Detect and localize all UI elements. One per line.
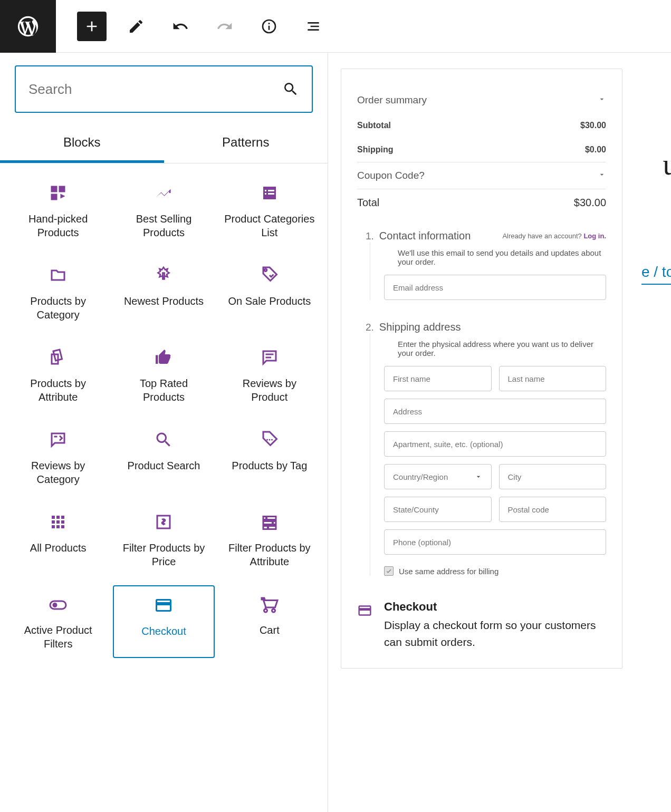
block-item-trend[interactable]: Best Selling Products — [113, 174, 214, 247]
block-description: Checkout Display a checkout form so your… — [357, 576, 606, 650]
block-label: Cart — [260, 623, 280, 637]
step-contact: 1. Contact information Already have an a… — [357, 216, 606, 300]
step-title: Shipping address — [379, 321, 606, 333]
block-label: Filter Products by Attribute — [224, 541, 315, 568]
block-label: Reviews by Product — [224, 376, 315, 404]
block-item-cart[interactable]: Cart — [219, 585, 320, 658]
outline-button[interactable] — [299, 12, 328, 41]
cart-icon — [260, 595, 279, 614]
block-item-folder[interactable]: Products by Category — [7, 256, 109, 329]
shipping-row: Shipping $0.00 — [357, 138, 606, 162]
block-item-list[interactable]: Product Categories List — [219, 174, 320, 247]
block-item-cards[interactable]: Products by Attribute — [7, 339, 109, 411]
block-item-tag[interactable]: On Sale Products — [219, 256, 320, 329]
card-icon — [154, 596, 173, 615]
state-field[interactable]: State/County — [384, 497, 492, 522]
block-item-filterattr[interactable]: Filter Products by Attribute — [219, 503, 320, 576]
coupon-row[interactable]: Coupon Code? — [357, 162, 606, 189]
order-summary-header[interactable]: Order summary — [357, 87, 606, 113]
phone-field[interactable]: Phone (optional) — [384, 529, 606, 555]
subtotal-label: Subtotal — [357, 121, 391, 130]
total-label: Total — [357, 197, 379, 209]
step-description: We'll use this email to send you details… — [384, 242, 606, 275]
first-name-field[interactable]: First name — [384, 366, 492, 391]
list-icon — [260, 183, 279, 202]
city-field[interactable]: City — [499, 464, 607, 489]
grid-icon — [49, 183, 68, 202]
wordpress-logo[interactable] — [0, 0, 56, 53]
tab-patterns[interactable]: Patterns — [164, 124, 328, 163]
review-icon — [260, 348, 279, 367]
svg-point-1 — [269, 439, 270, 441]
same-billing-checkbox-row[interactable]: Use same address for billing — [384, 562, 606, 576]
search-input[interactable] — [28, 81, 282, 98]
login-prompt: Already have an account? Log in. — [502, 232, 606, 240]
tab-blocks[interactable]: Blocks — [0, 124, 164, 163]
block-item-toggle[interactable]: Active Product Filters — [7, 585, 109, 658]
block-label: All Products — [30, 541, 87, 555]
block-item-burst[interactable]: Newest Products — [113, 256, 214, 329]
toggle-icon — [49, 595, 68, 614]
reviewcat-icon — [49, 430, 68, 449]
blocks-grid: Hand-picked ProductsBest Selling Product… — [0, 163, 328, 669]
block-label: Best Selling Products — [118, 212, 209, 239]
step-shipping: 2. Shipping address Enter the physical a… — [357, 307, 606, 576]
info-button[interactable] — [254, 12, 284, 41]
svg-point-3 — [265, 517, 268, 519]
block-item-reviewcat[interactable]: Reviews by Category — [7, 421, 109, 494]
block-item-thumb[interactable]: Top Rated Products — [113, 339, 214, 411]
block-item-grid[interactable]: Hand-picked Products — [7, 174, 109, 247]
wordpress-icon — [16, 14, 40, 38]
tag-icon — [260, 266, 279, 285]
cards-icon — [49, 348, 68, 367]
block-desc-title: Checkout — [384, 600, 606, 617]
country-select[interactable]: Country/Region — [384, 464, 492, 489]
block-preview-panel: ut e / to c Order summary Subtotal $30.0… — [328, 53, 671, 812]
block-label: Product Search — [128, 459, 200, 472]
redo-button[interactable] — [210, 12, 239, 41]
block-label: Hand-picked Products — [13, 212, 103, 239]
same-billing-label: Use same address for billing — [399, 567, 499, 576]
coupon-label: Coupon Code? — [357, 170, 425, 181]
block-label: Newest Products — [124, 294, 204, 308]
burst-icon — [154, 266, 173, 285]
filterattr-icon — [260, 513, 279, 531]
email-field[interactable]: Email address — [384, 275, 606, 300]
block-label: Filter Products by Price — [118, 541, 209, 568]
edit-button[interactable] — [121, 12, 151, 41]
last-name-field[interactable]: Last name — [499, 366, 607, 391]
block-label: On Sale Products — [228, 294, 311, 308]
trend-icon — [154, 183, 173, 202]
subtotal-value: $30.00 — [580, 121, 606, 130]
add-block-button[interactable] — [77, 12, 107, 41]
svg-point-4 — [272, 521, 274, 524]
postal-field[interactable]: Postal code — [499, 497, 607, 522]
subtotal-row: Subtotal $30.00 — [357, 113, 606, 138]
outline-icon — [305, 18, 322, 35]
step-number: 1. — [366, 230, 374, 242]
block-label: Products by Tag — [232, 459, 307, 472]
block-item-search[interactable]: Product Search — [113, 421, 214, 494]
address-field[interactable]: Address — [384, 399, 606, 424]
tagmore-icon — [260, 430, 279, 449]
block-item-review[interactable]: Reviews by Product — [219, 339, 320, 411]
block-item-tagmore[interactable]: Products by Tag — [219, 421, 320, 494]
folder-icon — [49, 266, 68, 285]
undo-icon — [172, 18, 189, 35]
undo-button[interactable] — [166, 12, 195, 41]
bg-page-title-fragment: ut — [663, 148, 671, 181]
apartment-field[interactable]: Apartment, suite, etc. (optional) — [384, 431, 606, 457]
block-item-price[interactable]: Filter Products by Price — [113, 503, 214, 576]
checkout-preview: Order summary Subtotal $30.00 Shipping $… — [341, 69, 622, 669]
block-search[interactable] — [15, 65, 313, 113]
login-link[interactable]: Log in. — [583, 232, 606, 240]
block-item-card[interactable]: Checkout — [113, 585, 214, 658]
shipping-label: Shipping — [357, 145, 393, 154]
toolbar-actions — [56, 12, 328, 41]
block-item-allgrid[interactable]: All Products — [7, 503, 109, 576]
bg-page-link-fragment: e / to c — [641, 264, 671, 285]
total-row: Total $30.00 — [357, 189, 606, 216]
card-icon — [357, 600, 372, 621]
block-inserter-panel: Blocks Patterns Hand-picked ProductsBest… — [0, 53, 328, 812]
chevron-down-icon — [598, 94, 606, 106]
